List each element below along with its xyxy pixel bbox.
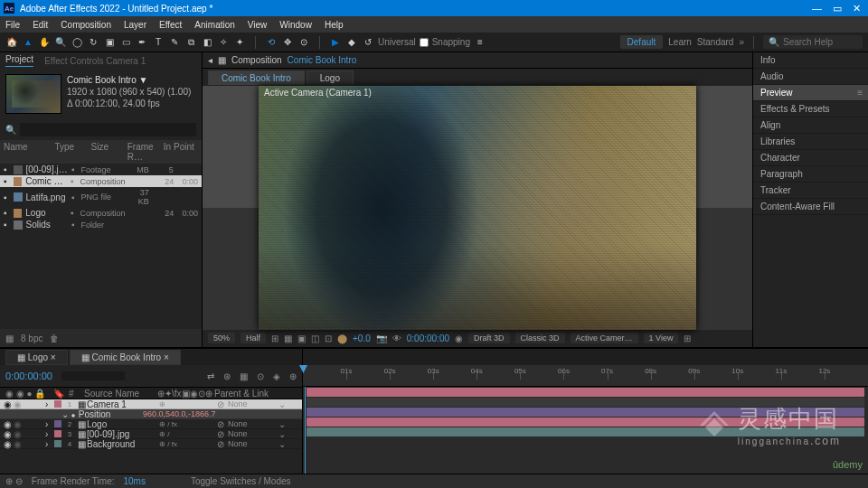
col-parent-link[interactable]: Parent & Link — [214, 389, 269, 399]
layer-row[interactable]: ◉ ◉›3▦[00-09].jpg⊕ /⊘None⌄ — [0, 429, 302, 439]
delete-icon[interactable]: 🗑 — [50, 333, 59, 343]
composition-viewer[interactable]: Active Camera (Camera 1) — [203, 86, 752, 330]
panel-align[interactable]: Align — [753, 117, 868, 134]
timeline-search-input[interactable] — [61, 371, 125, 380]
layer-row[interactable]: ◉ ◉›1▦Camera 1⊕ ⊘None⌄ — [0, 399, 302, 409]
comp-thumbnail[interactable] — [5, 74, 61, 114]
project-item[interactable]: ▪Solids▪Folder — [0, 219, 202, 230]
zoom-dropdown[interactable]: 50% — [208, 333, 235, 343]
project-item[interactable]: ▪Comic B…Intro▪Composition240:00 — [0, 175, 202, 187]
project-col-header[interactable]: Size — [91, 142, 126, 162]
snapshot-icon[interactable]: 📷 — [376, 333, 387, 343]
timeline-ruler[interactable]: 01s02s03s04s05s06s07s08s09s10s11s12s — [303, 365, 868, 387]
panel-character[interactable]: Character — [753, 150, 868, 166]
layer-prop-track[interactable]: ▸ — [307, 398, 864, 407]
transparency-grid-icon[interactable]: ▦ — [284, 333, 292, 343]
timeline-tab[interactable]: ▦ Comic Book Intro × — [70, 350, 181, 365]
type-tool-icon[interactable]: T — [152, 36, 165, 49]
project-item[interactable]: ▪Latifa.png▪PNG file37 KB — [0, 187, 202, 207]
anchor-tool-icon[interactable]: ▣ — [103, 36, 116, 49]
puppet-tool-icon[interactable]: ✦ — [233, 36, 246, 49]
project-col-header[interactable]: In Point — [164, 142, 198, 162]
project-item[interactable]: ▪Logo▪Composition240:00 — [0, 207, 202, 219]
home-icon[interactable]: 🏠 — [5, 36, 18, 49]
workspace-learn-button[interactable]: Learn — [668, 37, 692, 47]
project-col-header[interactable]: Name — [4, 142, 52, 162]
workspace-standard-button[interactable]: Standard — [697, 37, 734, 47]
selection-tool-icon[interactable]: ▲ — [22, 36, 34, 49]
show-snapshot-icon[interactable]: 👁 — [392, 333, 401, 343]
panel-preview[interactable]: Preview — [753, 85, 868, 101]
timeline-tracks[interactable]: ▸ — [303, 387, 868, 483]
timeline-tab[interactable]: ▦ Logo × — [5, 350, 68, 365]
comp-dropdown-icon[interactable]: ▼ — [138, 75, 147, 85]
orbit-camera-icon[interactable]: ⟲ — [265, 36, 278, 49]
eraser-tool-icon[interactable]: ◧ — [201, 36, 213, 49]
fast-preview-icon[interactable]: ⊞ — [271, 333, 278, 343]
axis-mode-icon[interactable]: ◆ — [345, 36, 358, 49]
snapping-opts-icon[interactable]: ≡ — [474, 36, 486, 49]
draft3d-icon[interactable]: ◉ — [455, 333, 463, 343]
col-source-name[interactable]: Source Name — [84, 389, 155, 399]
project-list[interactable]: ▪[00-09].jpg▪FootageMB5▪Comic B…Intro▪Co… — [0, 164, 202, 329]
composition-crumb-name[interactable]: Comic Book Intro — [288, 55, 357, 65]
renderer-dropdown[interactable]: Classic 3D — [515, 333, 565, 343]
pan-camera-icon[interactable]: ✥ — [281, 36, 294, 49]
roto-tool-icon[interactable]: ✧ — [217, 36, 230, 49]
panel-audio[interactable]: Audio — [753, 69, 868, 85]
view-options-icon[interactable]: ⊞ — [684, 333, 691, 343]
layer-bar[interactable] — [307, 388, 864, 397]
layer-bar[interactable] — [307, 418, 864, 427]
search-box[interactable]: 🔍 — [763, 35, 863, 49]
views-dropdown[interactable]: 1 View — [644, 333, 679, 343]
project-col-header[interactable]: Type — [54, 142, 89, 162]
brush-tool-icon[interactable]: ✎ — [168, 36, 181, 49]
layer-row[interactable]: ◉ ◉›4▦Background⊕ / fx⊘None⌄ — [0, 439, 302, 449]
tl-motion-blur-icon[interactable]: ⊙ — [257, 371, 264, 381]
tl-tag-icon[interactable]: ◈ — [273, 371, 280, 381]
menu-animation[interactable]: Animation — [194, 20, 234, 30]
playhead-line[interactable] — [305, 387, 306, 483]
panel-tracker[interactable]: Tracker — [753, 183, 868, 199]
restore-button[interactable]: ▭ — [833, 3, 842, 14]
snapping-checkbox[interactable] — [420, 38, 429, 47]
panel-content-aware-fill[interactable]: Content-Aware Fill — [753, 199, 868, 215]
grid-icon[interactable]: ⊡ — [325, 333, 332, 343]
menu-file[interactable]: File — [5, 20, 20, 30]
panel-effects-presets[interactable]: Effects & Presets — [753, 101, 868, 117]
panel-paragraph[interactable]: Paragraph — [753, 166, 868, 183]
menu-layer[interactable]: Layer — [124, 20, 146, 30]
mask-toggle-icon[interactable]: ▣ — [297, 333, 306, 343]
layer-bar[interactable] — [307, 408, 864, 417]
hand-tool-icon[interactable]: ✋ — [38, 36, 51, 49]
preview-timecode[interactable]: 0:00:00:00 — [407, 333, 449, 343]
panel-libraries[interactable]: Libraries — [753, 134, 868, 150]
camera-dropdown[interactable]: Active Camer… — [571, 333, 638, 343]
shape-tool-icon[interactable]: ▭ — [119, 36, 132, 49]
nav-back-icon[interactable]: ◂ — [208, 55, 212, 65]
exposure-value[interactable]: +0.0 — [353, 333, 371, 343]
tl-frame-blend-icon[interactable]: ▦ — [240, 371, 248, 381]
comp-tab[interactable]: Comic Book Intro — [208, 70, 305, 85]
channel-icon[interactable]: ⬤ — [337, 333, 347, 343]
workspace-more-button[interactable]: » — [739, 37, 744, 47]
menu-effect[interactable]: Effect — [159, 20, 182, 30]
rotobezier-icon[interactable]: ↺ — [362, 36, 374, 49]
menu-window[interactable]: Window — [279, 20, 312, 30]
local-axis-icon[interactable]: ▶ — [329, 36, 342, 49]
collapse-icon[interactable]: ⊕ ⊖ — [5, 476, 23, 486]
panel-info[interactable]: Info — [753, 52, 868, 69]
bpc-button[interactable]: 8 bpc — [21, 333, 42, 343]
tab-effect-controls[interactable]: Effect Controls Camera 1 — [44, 56, 146, 66]
project-col-header[interactable]: Frame R… — [127, 142, 162, 162]
orbit-tool-icon[interactable]: ◯ — [71, 36, 83, 49]
layer-row[interactable]: ◉ ◉›2▦Logo⊕ / fx⊘None⌄ — [0, 419, 302, 429]
draft3d-dropdown[interactable]: Draft 3D — [468, 333, 510, 343]
menu-composition[interactable]: Composition — [61, 20, 111, 30]
layer-bar[interactable] — [307, 427, 864, 436]
interpret-footage-icon[interactable]: ▦ — [5, 333, 14, 343]
tl-shy-icon[interactable]: ⊛ — [223, 371, 231, 381]
menu-view[interactable]: View — [248, 20, 268, 30]
tab-project[interactable]: Project — [5, 54, 33, 67]
project-item[interactable]: ▪[00-09].jpg▪FootageMB5 — [0, 164, 202, 175]
